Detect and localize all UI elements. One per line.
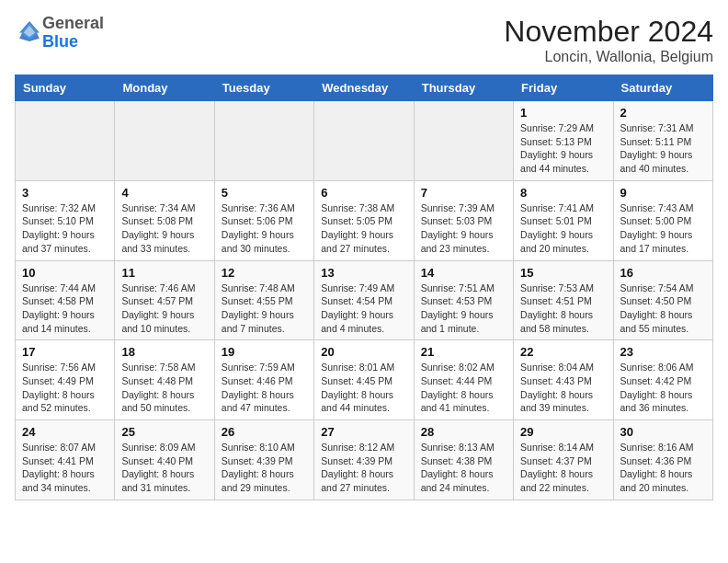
day-info: Sunrise: 7:29 AMSunset: 5:13 PMDaylight:…: [520, 121, 606, 176]
day-number: 12: [222, 266, 307, 280]
day-number: 2: [620, 106, 706, 120]
day-info: Sunrise: 7:59 AMSunset: 4:46 PMDaylight:…: [222, 361, 307, 415]
day-info: Sunrise: 8:10 AMSunset: 4:39 PMDaylight:…: [222, 441, 307, 495]
day-number: 7: [421, 186, 506, 200]
title-area: November 2024 Loncin, Wallonia, Belgium: [504, 15, 713, 65]
day-number: 27: [321, 425, 406, 439]
calendar-cell: [414, 101, 513, 181]
calendar-cell: 23Sunrise: 8:06 AMSunset: 4:42 PMDayligh…: [613, 340, 712, 420]
day-info: Sunrise: 8:13 AMSunset: 4:38 PMDaylight:…: [421, 441, 506, 495]
calendar-table: SundayMondayTuesdayWednesdayThursdayFrid…: [15, 75, 713, 500]
calendar-cell: [115, 101, 214, 181]
day-info: Sunrise: 7:53 AMSunset: 4:51 PMDaylight:…: [520, 282, 606, 336]
day-number: 24: [22, 425, 108, 439]
calendar-cell: 24Sunrise: 8:07 AMSunset: 4:41 PMDayligh…: [16, 420, 115, 500]
logo-icon: [17, 18, 42, 44]
calendar-cell: 20Sunrise: 8:01 AMSunset: 4:45 PMDayligh…: [314, 340, 414, 420]
day-info: Sunrise: 8:07 AMSunset: 4:41 PMDaylight:…: [22, 441, 108, 495]
calendar-cell: 22Sunrise: 8:04 AMSunset: 4:43 PMDayligh…: [514, 340, 613, 420]
header-wednesday: Wednesday: [314, 75, 414, 101]
day-info: Sunrise: 7:31 AMSunset: 5:11 PMDaylight:…: [620, 121, 706, 176]
day-number: 9: [620, 186, 706, 200]
calendar-cell: 9Sunrise: 7:43 AMSunset: 5:00 PMDaylight…: [613, 180, 712, 260]
calendar-week-0: 1Sunrise: 7:29 AMSunset: 5:13 PMDaylight…: [16, 101, 713, 181]
calendar-cell: 27Sunrise: 8:12 AMSunset: 4:39 PMDayligh…: [314, 420, 414, 500]
calendar-header-row: SundayMondayTuesdayWednesdayThursdayFrid…: [16, 75, 713, 101]
day-number: 16: [620, 266, 706, 280]
day-info: Sunrise: 8:12 AMSunset: 4:39 PMDaylight:…: [321, 441, 406, 495]
calendar-cell: 1Sunrise: 7:29 AMSunset: 5:13 PMDaylight…: [514, 101, 613, 181]
day-info: Sunrise: 7:41 AMSunset: 5:01 PMDaylight:…: [520, 201, 606, 256]
calendar-cell: 15Sunrise: 7:53 AMSunset: 4:51 PMDayligh…: [514, 260, 613, 340]
day-info: Sunrise: 7:54 AMSunset: 4:50 PMDaylight:…: [620, 282, 706, 336]
day-number: 20: [321, 345, 406, 359]
calendar-cell: 14Sunrise: 7:51 AMSunset: 4:53 PMDayligh…: [414, 260, 513, 340]
day-number: 4: [121, 186, 207, 200]
day-info: Sunrise: 7:56 AMSunset: 4:49 PMDaylight:…: [22, 361, 108, 415]
day-info: Sunrise: 7:39 AMSunset: 5:03 PMDaylight:…: [421, 201, 506, 256]
calendar-cell: 26Sunrise: 8:10 AMSunset: 4:39 PMDayligh…: [214, 420, 313, 500]
header-sunday: Sunday: [16, 75, 115, 101]
calendar-cell: 25Sunrise: 8:09 AMSunset: 4:40 PMDayligh…: [115, 420, 214, 500]
day-number: 11: [121, 266, 207, 280]
day-info: Sunrise: 8:02 AMSunset: 4:44 PMDaylight:…: [421, 361, 506, 415]
calendar-cell: 17Sunrise: 7:56 AMSunset: 4:49 PMDayligh…: [16, 340, 115, 420]
day-number: 22: [520, 345, 606, 359]
day-info: Sunrise: 7:43 AMSunset: 5:00 PMDaylight:…: [620, 201, 706, 256]
day-number: 23: [620, 345, 706, 359]
calendar-cell: 16Sunrise: 7:54 AMSunset: 4:50 PMDayligh…: [613, 260, 712, 340]
calendar-cell: 21Sunrise: 8:02 AMSunset: 4:44 PMDayligh…: [414, 340, 513, 420]
day-number: 17: [22, 345, 108, 359]
page-header: General Blue November 2024 Loncin, Wallo…: [15, 15, 713, 65]
day-number: 5: [222, 186, 307, 200]
calendar-cell: 19Sunrise: 7:59 AMSunset: 4:46 PMDayligh…: [214, 340, 313, 420]
day-number: 26: [222, 425, 307, 439]
day-info: Sunrise: 7:51 AMSunset: 4:53 PMDaylight:…: [421, 282, 506, 336]
day-number: 8: [520, 186, 606, 200]
calendar-cell: [16, 101, 115, 181]
day-info: Sunrise: 7:48 AMSunset: 4:55 PMDaylight:…: [222, 282, 307, 336]
header-friday: Friday: [514, 75, 613, 101]
day-number: 1: [520, 106, 606, 120]
logo-blue: Blue: [42, 32, 78, 51]
header-thursday: Thursday: [414, 75, 513, 101]
header-monday: Monday: [115, 75, 214, 101]
calendar-cell: 2Sunrise: 7:31 AMSunset: 5:11 PMDaylight…: [613, 101, 712, 181]
calendar-week-4: 24Sunrise: 8:07 AMSunset: 4:41 PMDayligh…: [16, 420, 713, 500]
day-number: 28: [421, 425, 506, 439]
calendar-cell: 10Sunrise: 7:44 AMSunset: 4:58 PMDayligh…: [16, 260, 115, 340]
day-number: 18: [121, 345, 207, 359]
calendar-week-2: 10Sunrise: 7:44 AMSunset: 4:58 PMDayligh…: [16, 260, 713, 340]
day-number: 3: [22, 186, 108, 200]
calendar-cell: 11Sunrise: 7:46 AMSunset: 4:57 PMDayligh…: [115, 260, 214, 340]
day-info: Sunrise: 7:38 AMSunset: 5:05 PMDaylight:…: [321, 201, 406, 256]
calendar-cell: [214, 101, 313, 181]
day-number: 6: [321, 186, 406, 200]
day-info: Sunrise: 8:04 AMSunset: 4:43 PMDaylight:…: [520, 361, 606, 415]
day-info: Sunrise: 8:06 AMSunset: 4:42 PMDaylight:…: [620, 361, 706, 415]
calendar-cell: 5Sunrise: 7:36 AMSunset: 5:06 PMDaylight…: [214, 180, 313, 260]
day-number: 30: [620, 425, 706, 439]
month-title: November 2024: [504, 15, 713, 49]
day-number: 21: [421, 345, 506, 359]
calendar-cell: 28Sunrise: 8:13 AMSunset: 4:38 PMDayligh…: [414, 420, 513, 500]
day-number: 10: [22, 266, 108, 280]
calendar-cell: 8Sunrise: 7:41 AMSunset: 5:01 PMDaylight…: [514, 180, 613, 260]
day-info: Sunrise: 7:32 AMSunset: 5:10 PMDaylight:…: [22, 201, 108, 256]
day-info: Sunrise: 8:14 AMSunset: 4:37 PMDaylight:…: [520, 441, 606, 495]
day-number: 15: [520, 266, 606, 280]
logo-text: General Blue: [42, 15, 104, 52]
day-info: Sunrise: 8:01 AMSunset: 4:45 PMDaylight:…: [321, 361, 406, 415]
calendar-cell: 4Sunrise: 7:34 AMSunset: 5:08 PMDaylight…: [115, 180, 214, 260]
day-number: 25: [121, 425, 207, 439]
day-number: 13: [321, 266, 406, 280]
day-info: Sunrise: 7:36 AMSunset: 5:06 PMDaylight:…: [222, 201, 307, 256]
day-info: Sunrise: 7:46 AMSunset: 4:57 PMDaylight:…: [121, 282, 207, 336]
day-info: Sunrise: 7:34 AMSunset: 5:08 PMDaylight:…: [121, 201, 207, 256]
calendar-week-1: 3Sunrise: 7:32 AMSunset: 5:10 PMDaylight…: [16, 180, 713, 260]
calendar-cell: 18Sunrise: 7:58 AMSunset: 4:48 PMDayligh…: [115, 340, 214, 420]
day-info: Sunrise: 7:44 AMSunset: 4:58 PMDaylight:…: [22, 282, 108, 336]
calendar-cell: 6Sunrise: 7:38 AMSunset: 5:05 PMDaylight…: [314, 180, 414, 260]
calendar-cell: 12Sunrise: 7:48 AMSunset: 4:55 PMDayligh…: [214, 260, 313, 340]
day-info: Sunrise: 8:09 AMSunset: 4:40 PMDaylight:…: [121, 441, 207, 495]
